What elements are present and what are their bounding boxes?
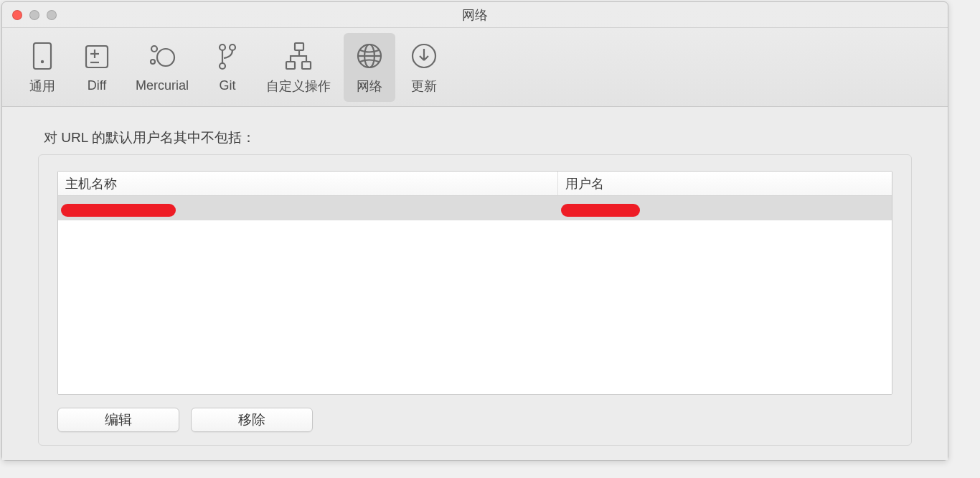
- diff-icon: [81, 41, 113, 72]
- tab-update[interactable]: 更新: [398, 33, 450, 102]
- tab-custom-actions[interactable]: 自定义操作: [256, 33, 341, 102]
- update-icon: [408, 40, 440, 72]
- redaction-mark: [61, 204, 176, 217]
- tab-label: Diff: [88, 78, 107, 93]
- svg-point-8: [151, 60, 155, 64]
- mercurial-icon: [146, 41, 178, 72]
- svg-rect-12: [295, 43, 303, 50]
- svg-point-1: [41, 60, 44, 62]
- table-header: 主机名称 用户名: [58, 172, 892, 196]
- preferences-toolbar: 通用 Diff Mercurial: [2, 28, 948, 107]
- tab-label: 更新: [411, 78, 437, 95]
- svg-rect-13: [286, 62, 295, 69]
- svg-point-7: [151, 46, 157, 52]
- tab-general[interactable]: 通用: [17, 33, 68, 102]
- tab-label: 通用: [29, 78, 55, 95]
- svg-point-9: [220, 44, 225, 50]
- table-row[interactable]: [redacted] [redacted]: [58, 196, 892, 220]
- titlebar: 网络: [2, 2, 948, 28]
- svg-rect-0: [34, 43, 51, 69]
- cell-host: [redacted]: [58, 198, 558, 218]
- window-controls: [2, 10, 57, 20]
- tab-git[interactable]: Git: [202, 33, 253, 102]
- cell-user: [redacted]: [558, 198, 892, 218]
- edit-button[interactable]: 编辑: [57, 408, 179, 432]
- redaction-mark: [561, 204, 640, 217]
- custom-icon: [283, 40, 314, 72]
- network-icon: [354, 40, 385, 72]
- tab-network[interactable]: 网络: [344, 33, 395, 102]
- svg-point-11: [220, 63, 225, 69]
- column-header-host[interactable]: 主机名称: [58, 172, 558, 195]
- column-header-user[interactable]: 用户名: [558, 172, 892, 195]
- svg-rect-2: [86, 46, 108, 67]
- window-title: 网络: [2, 6, 948, 24]
- tab-label: 自定义操作: [266, 78, 331, 95]
- button-row: 编辑 移除: [57, 408, 892, 432]
- svg-rect-14: [302, 62, 311, 69]
- svg-point-10: [230, 44, 235, 50]
- tab-mercurial[interactable]: Mercurial: [126, 33, 199, 102]
- tab-diff[interactable]: Diff: [71, 33, 123, 102]
- tab-label: 网络: [357, 78, 382, 95]
- tab-label: Mercurial: [136, 78, 189, 93]
- general-icon: [27, 40, 58, 72]
- table-body: [redacted] [redacted]: [58, 196, 892, 394]
- git-icon: [212, 41, 243, 72]
- minimize-window-icon[interactable]: [29, 10, 39, 20]
- credentials-panel: 主机名称 用户名 [redacted] [redacted]: [38, 154, 912, 446]
- remove-button[interactable]: 移除: [191, 408, 313, 432]
- svg-point-6: [157, 49, 174, 66]
- content-pane: 对 URL 的默认用户名其中不包括： 主机名称 用户名 [redacted] […: [2, 107, 948, 460]
- section-label: 对 URL 的默认用户名其中不包括：: [44, 128, 912, 147]
- maximize-window-icon[interactable]: [47, 10, 57, 20]
- tab-label: Git: [220, 78, 236, 93]
- credentials-table[interactable]: 主机名称 用户名 [redacted] [redacted]: [57, 171, 892, 395]
- close-window-icon[interactable]: [12, 10, 22, 20]
- preferences-window: 网络 通用 Diff: [1, 1, 948, 461]
